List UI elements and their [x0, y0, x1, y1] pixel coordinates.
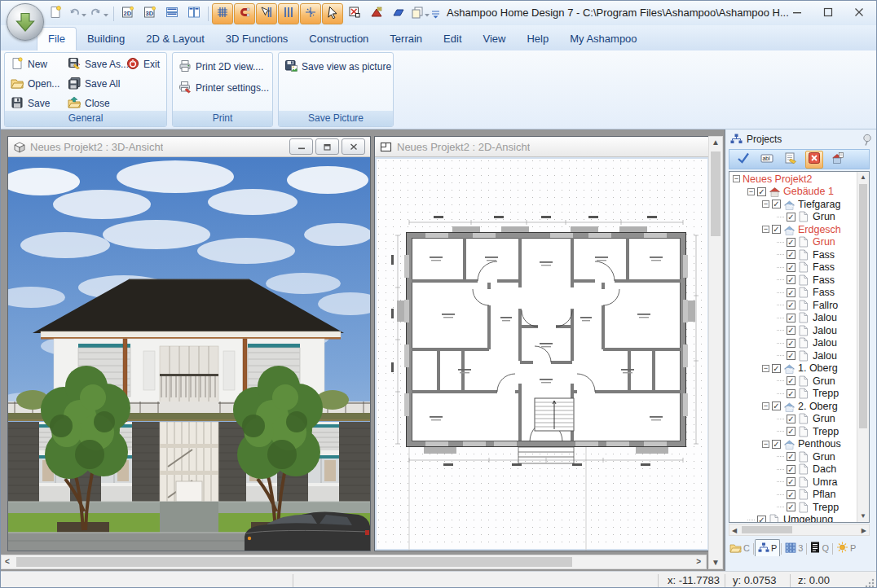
qat-roof-tool-button[interactable] — [366, 3, 387, 24]
qat-tilt-plane-button[interactable] — [388, 3, 409, 24]
exit-button[interactable]: Exit — [124, 55, 162, 73]
qat-select-cursor-button[interactable] — [322, 3, 343, 24]
close-button[interactable] — [850, 3, 868, 21]
qat-split-horizontal-button[interactable] — [161, 3, 183, 24]
tree-item-jalou[interactable]: ✓Jalou — [729, 312, 857, 325]
tree-item-fass[interactable]: ✓Fass — [729, 274, 857, 287]
tree-scroll-up-arrow[interactable]: ▲ — [857, 173, 869, 182]
tree-vertical-scrollbar[interactable]: ▲ ▼ — [857, 172, 869, 522]
tree-item-fass[interactable]: ✓Fass — [729, 287, 857, 300]
qat-snap-point-button[interactable] — [300, 3, 321, 24]
panel-tab-report[interactable]: Q — [808, 540, 831, 556]
tree-item-erdgesch[interactable]: −✓Erdgesch — [729, 223, 857, 236]
tree-checkbox[interactable]: ✓ — [772, 225, 781, 234]
tree-checkbox[interactable]: ✓ — [787, 314, 795, 323]
rename-button[interactable]: abl — [758, 151, 776, 169]
viewport-3d[interactable] — [8, 157, 370, 551]
tree-checkbox[interactable]: ✓ — [787, 502, 795, 511]
qat-snap-magnet-button[interactable] — [234, 3, 255, 24]
save-view-as-picture-button[interactable]: Save view as picture — [282, 58, 394, 76]
tree-checkbox[interactable]: ✓ — [787, 477, 795, 486]
tree-item-grun[interactable]: ✓Grun — [729, 413, 857, 426]
qat-new-document-button[interactable] — [45, 3, 66, 24]
tree-item-pflan[interactable]: ✓Pflan — [729, 489, 857, 502]
tree-checkbox[interactable]: ✓ — [787, 275, 795, 284]
tree-expander[interactable]: − — [762, 402, 769, 410]
application-menu-button[interactable] — [7, 3, 44, 41]
dropdown-arrow-icon[interactable] — [82, 7, 87, 21]
tree-item-tiefgarag[interactable]: −✓Tiefgarag — [729, 198, 857, 211]
viewport-2d[interactable] — [375, 157, 709, 551]
close-button[interactable]: Close — [65, 94, 112, 112]
panel-tab-folder[interactable]: C — [727, 540, 752, 556]
qat-delete-selection-button[interactable] — [344, 3, 365, 24]
tree-item-grun[interactable]: ✓Grun — [729, 236, 857, 249]
window-3d-minimize-button[interactable] — [289, 138, 313, 155]
tree-item-1-oberg[interactable]: −✓1. Oberg — [729, 362, 857, 375]
tree-checkbox[interactable]: ✓ — [757, 187, 766, 196]
save-button[interactable]: Save — [8, 94, 52, 112]
print-2d-view-button[interactable]: Print 2D view.... — [176, 58, 266, 76]
tree-expander[interactable]: − — [762, 441, 769, 448]
tree-hscroll-thumb[interactable] — [742, 526, 792, 533]
tree-checkbox[interactable]: ✓ — [772, 440, 781, 449]
qat-guide-lines-button[interactable] — [278, 3, 299, 24]
tree-item-jalou[interactable]: ✓Jalou — [729, 337, 857, 350]
tree-item-neues-projekt2[interactable]: −Neues Projekt2 — [729, 173, 857, 186]
dropdown-arrow-icon[interactable] — [425, 7, 430, 21]
qat-copy-options-button[interactable] — [410, 3, 431, 24]
tab-view[interactable]: View — [473, 28, 517, 50]
window-3d-titlebar[interactable]: Neues Projekt2 : 3D-Ansicht — [8, 137, 370, 157]
qat-view-3d-button[interactable]: 3D — [139, 3, 161, 24]
tree-scroll-thumb[interactable] — [859, 184, 867, 428]
tab-2d-layout[interactable]: 2D & Layout — [135, 28, 215, 50]
tree-item-fallro[interactable]: ✓Fallro — [729, 299, 857, 312]
tree-item-trepp[interactable]: ✓Trepp — [729, 501, 857, 514]
window-2d-titlebar[interactable]: Neues Projekt2 : 2D-Ansicht — [375, 137, 709, 157]
scroll-down-arrow[interactable]: ▼ — [709, 559, 722, 567]
tree-checkbox[interactable]: ✓ — [787, 465, 795, 474]
tree-checkbox[interactable]: ✓ — [787, 351, 795, 360]
tab-file[interactable]: File — [37, 27, 77, 50]
panel-tab-grid3d[interactable]: 3 — [782, 540, 805, 556]
minimize-button[interactable] — [788, 3, 806, 21]
tree-checkbox[interactable]: ✓ — [787, 238, 795, 247]
pin-icon[interactable] — [862, 134, 873, 146]
qat-grid-button[interactable] — [212, 3, 233, 24]
tree-horizontal-scrollbar[interactable]: ◀ ▶ — [729, 524, 870, 536]
tree-checkbox[interactable]: ✓ — [787, 326, 795, 335]
qat-split-vertical-button[interactable] — [183, 3, 205, 24]
tree-item-jalou[interactable]: ✓Jalou — [729, 324, 857, 337]
tree-item-fass[interactable]: ✓Fass — [729, 248, 857, 261]
window-3d-close-button[interactable] — [342, 138, 365, 155]
tab-help[interactable]: Help — [516, 28, 559, 50]
add-building-button[interactable] — [829, 151, 847, 169]
tree-item-jalou[interactable]: ✓Jalou — [729, 349, 857, 362]
maximize-button[interactable] — [819, 3, 837, 21]
save-all-button[interactable]: Save All — [65, 75, 122, 93]
tree-checkbox[interactable]: ✓ — [787, 376, 795, 385]
tree-item-grun[interactable]: ✓Grun — [729, 450, 857, 463]
new-button[interactable]: New — [8, 55, 50, 73]
tree-checkbox[interactable]: ✓ — [787, 250, 795, 259]
tree-item-trepp[interactable]: ✓Trepp — [729, 388, 857, 401]
delete-button[interactable] — [805, 151, 823, 169]
mdi-horizontal-scrollbar[interactable]: < > — [1, 555, 707, 569]
tree-item-grun[interactable]: ✓Grun — [729, 375, 857, 388]
tree-scroll-right-arrow[interactable]: ▶ — [862, 527, 866, 535]
tree-checkbox[interactable]: ✓ — [787, 301, 795, 309]
scroll-up-arrow[interactable]: ▲ — [709, 138, 722, 147]
tab-edit[interactable]: Edit — [433, 28, 472, 50]
scroll-left-arrow[interactable]: < — [5, 558, 10, 566]
tree-expander[interactable]: − — [762, 226, 769, 233]
tree-item-gebäude-1[interactable]: −✓Gebäude 1 — [729, 186, 857, 199]
vertical-scroll-thumb[interactable] — [711, 151, 721, 236]
tree-expander[interactable]: − — [747, 188, 755, 195]
tree-checkbox[interactable]: ✓ — [787, 213, 795, 222]
tree-checkbox[interactable]: ✓ — [787, 288, 795, 297]
panel-tab-project-tree[interactable]: P — [755, 539, 780, 556]
tree-scroll-down-arrow[interactable]: ▼ — [857, 512, 869, 520]
panel-tab-sun[interactable]: P — [834, 540, 858, 556]
horizontal-scroll-thumb[interactable] — [16, 557, 572, 567]
open-button[interactable]: Open... — [8, 75, 62, 93]
